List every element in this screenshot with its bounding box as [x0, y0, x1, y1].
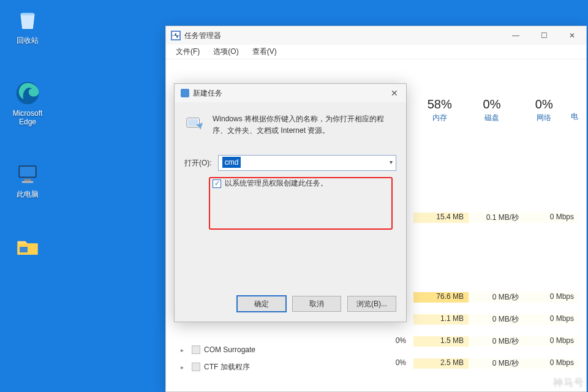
run-dialog: 新建任务 ✕ Windows 将根据你所键入的名称，为你打开相应的程序、文件夹、…	[174, 83, 407, 322]
svg-rect-3	[24, 179, 31, 181]
minimize-button[interactable]: —	[502, 26, 530, 45]
computer-icon	[14, 160, 41, 187]
cell-disk: 0 MB/秒	[469, 292, 524, 303]
run-dialog-titlebar[interactable]: 新建任务 ✕	[175, 84, 406, 102]
col-network-pct: 0%	[518, 97, 570, 111]
cell-memory: 1.1 MB	[413, 314, 469, 325]
task-manager-title: 任务管理器	[184, 31, 221, 41]
window-controls: — ☐ ✕	[502, 26, 586, 45]
run-admin-row: ✓ 以系统管理员权限创建此任务。	[213, 178, 396, 189]
col-memory-label: 内存	[413, 113, 466, 123]
cell-network: 0 Mbps	[524, 336, 579, 347]
task-manager-titlebar[interactable]: 任务管理器 — ☐ ✕	[166, 26, 586, 45]
process-name: COM Surrogate	[204, 345, 255, 354]
process-icon	[192, 345, 200, 354]
svg-rect-5	[20, 247, 28, 252]
run-dialog-icon	[181, 89, 189, 97]
run-description-text: Windows 将根据你所键入的名称，为你打开相应的程序、文件夹、文档或 Int…	[213, 113, 396, 137]
col-network-label: 网络	[518, 113, 570, 123]
process-list-names: ▸ COM Surrogate ▸ CTF 加载程序	[178, 341, 402, 375]
cell-network: 0 Mbps	[524, 358, 579, 369]
desktop-icon-file-explorer[interactable]	[6, 233, 49, 263]
col-memory[interactable]: 58% 内存	[413, 97, 466, 123]
maximize-button[interactable]: ☐	[530, 26, 558, 45]
process-name: CTF 加载程序	[204, 362, 250, 372]
col-extra: 电	[570, 111, 579, 123]
run-description-row: Windows 将根据你所键入的名称，为你打开相应的程序、文件夹、文档或 Int…	[184, 113, 396, 137]
col-memory-pct: 58%	[413, 97, 466, 111]
svg-rect-4	[22, 181, 33, 183]
run-open-input[interactable]: cmd	[218, 155, 396, 171]
menu-file[interactable]: 文件(F)	[173, 45, 202, 58]
run-dialog-body: Windows 将根据你所键入的名称，为你打开相应的程序、文件夹、文档或 Int…	[175, 102, 406, 322]
desktop-icon-label: 此电脑	[17, 189, 39, 200]
cell-memory: 1.5 MB	[413, 336, 469, 347]
edge-icon	[14, 80, 41, 107]
col-network[interactable]: 0% 网络	[518, 97, 570, 123]
cancel-button[interactable]: 取消	[292, 296, 341, 312]
cell-disk: 0 MB/秒	[469, 314, 524, 325]
run-open-label: 打开(O):	[184, 158, 212, 168]
process-row[interactable]: ▸ CTF 加载程序	[178, 358, 402, 375]
desktop-icon-recycle-bin[interactable]: 回收站	[6, 6, 49, 46]
cell-memory: 2.5 MB	[413, 358, 469, 369]
desktop-icon-label: 回收站	[17, 36, 39, 46]
admin-checkbox[interactable]: ✓	[213, 179, 221, 188]
menu-view[interactable]: 查看(V)	[250, 45, 279, 58]
close-icon[interactable]: ✕	[389, 88, 400, 99]
resource-columns-header: 58% 内存 0% 磁盘 0% 网络 电	[413, 97, 579, 123]
cell-memory: 76.6 MB	[413, 292, 469, 303]
folder-icon	[14, 233, 41, 260]
col-disk-pct: 0%	[466, 97, 518, 111]
run-open-input-wrap: cmd ▾	[218, 155, 396, 171]
admin-checkbox-label: 以系统管理员权限创建此任务。	[225, 178, 328, 189]
process-row[interactable]: ▸ COM Surrogate	[178, 341, 402, 358]
col-disk[interactable]: 0% 磁盘	[466, 97, 518, 123]
cell-disk: 0 MB/秒	[469, 336, 524, 347]
cell-memory: 15.4 MB	[413, 213, 469, 223]
run-dialog-title: 新建任务	[193, 88, 222, 99]
desktop-icon-this-pc[interactable]: 此电脑	[6, 160, 49, 200]
chevron-down-icon[interactable]: ▾	[390, 159, 393, 165]
close-button[interactable]: ✕	[558, 26, 586, 45]
svg-rect-2	[20, 167, 36, 177]
run-open-row: 打开(O): cmd ▾	[184, 155, 396, 171]
watermark: 神马号	[553, 377, 584, 390]
run-open-value: cmd	[222, 157, 241, 168]
run-dialog-buttons: 确定 取消 浏览(B)...	[237, 296, 396, 312]
task-manager-icon	[171, 31, 181, 40]
desktop-icon-edge[interactable]: Microsoft Edge	[6, 80, 49, 126]
ok-button[interactable]: 确定	[237, 296, 286, 312]
browse-button[interactable]: 浏览(B)...	[347, 296, 396, 312]
cell-disk: 0 MB/秒	[469, 358, 524, 369]
chevron-right-icon: ▸	[181, 347, 188, 353]
desktop-icons: 回收站 Microsoft Edge 此电脑	[6, 6, 49, 263]
chevron-right-icon: ▸	[181, 364, 188, 371]
cell-disk: 0.1 MB/秒	[469, 213, 524, 223]
cell-network: 0 Mbps	[524, 292, 579, 303]
process-icon	[192, 363, 200, 371]
menu-options[interactable]: 选项(O)	[211, 45, 241, 58]
recycle-bin-icon	[14, 6, 41, 33]
run-prompt-icon	[184, 113, 205, 134]
cell-network: 0 Mbps	[524, 213, 579, 223]
desktop-icon-label: Microsoft Edge	[6, 109, 49, 126]
col-disk-label: 磁盘	[466, 113, 518, 123]
cell-network: 0 Mbps	[524, 314, 579, 325]
task-manager-menubar: 文件(F) 选项(O) 查看(V)	[166, 45, 586, 59]
